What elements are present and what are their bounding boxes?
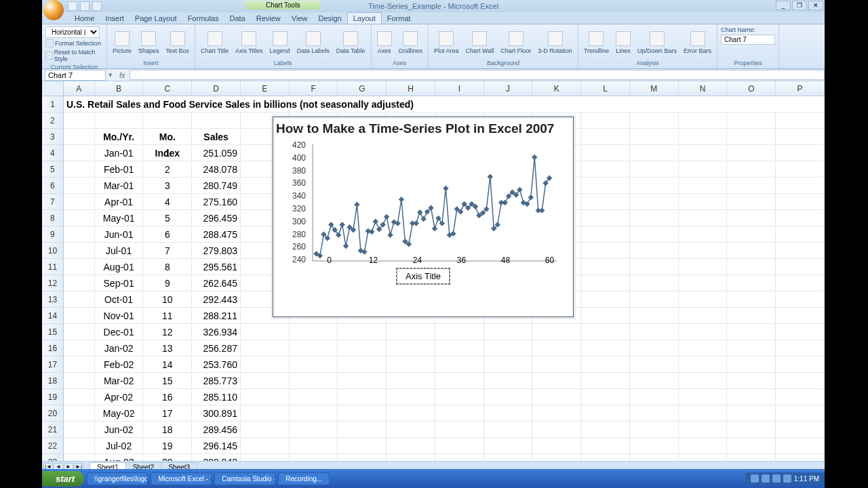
- tray-icon[interactable]: [751, 474, 759, 483]
- cell[interactable]: [143, 113, 192, 129]
- cell[interactable]: [581, 308, 630, 324]
- cell[interactable]: [679, 259, 728, 275]
- cell[interactable]: 7: [143, 243, 192, 259]
- chart-wall-button[interactable]: Chart Wall: [463, 30, 497, 56]
- cell[interactable]: 17: [143, 405, 192, 422]
- cell[interactable]: Mo./Yr.: [95, 129, 144, 145]
- cell[interactable]: [630, 194, 679, 210]
- cell[interactable]: 289.456: [192, 422, 241, 438]
- legend-button[interactable]: Legend: [267, 30, 293, 56]
- cell[interactable]: [727, 340, 776, 357]
- error-bars-button[interactable]: Error Bars: [681, 30, 714, 56]
- cell[interactable]: [241, 454, 290, 461]
- cell[interactable]: [290, 405, 338, 422]
- col-header-J[interactable]: J: [484, 81, 533, 96]
- taskbar-item[interactable]: Microsoft Excel - Time...: [151, 472, 212, 485]
- cell[interactable]: [727, 438, 776, 454]
- cell[interactable]: Aug-02: [95, 454, 144, 461]
- ribbon-tab-design[interactable]: Design: [313, 13, 347, 24]
- cell[interactable]: [727, 161, 776, 178]
- cell[interactable]: [435, 357, 484, 373]
- cell[interactable]: 296.459: [192, 210, 241, 226]
- cell[interactable]: Jul-01: [95, 243, 144, 259]
- col-header-P[interactable]: P: [776, 81, 825, 96]
- cell[interactable]: [435, 454, 484, 461]
- cell[interactable]: [64, 422, 95, 438]
- ribbon-tab-data[interactable]: Data: [224, 13, 250, 24]
- cell[interactable]: [581, 161, 630, 178]
- cell[interactable]: [581, 340, 630, 357]
- chart-title[interactable]: How to Make a Time-Series Plot in Excel …: [273, 117, 573, 138]
- cell[interactable]: [532, 373, 581, 389]
- office-button[interactable]: [43, 0, 64, 20]
- cell[interactable]: Mar-01: [95, 178, 144, 194]
- cell[interactable]: 288.475: [192, 226, 241, 243]
- cell[interactable]: [64, 210, 95, 226]
- cell[interactable]: [64, 324, 95, 340]
- cell[interactable]: [679, 340, 728, 357]
- cell[interactable]: [727, 389, 776, 405]
- cell[interactable]: [532, 389, 581, 405]
- cell[interactable]: [387, 357, 435, 373]
- col-header-B[interactable]: B: [95, 81, 144, 96]
- cell[interactable]: [630, 405, 679, 422]
- cell[interactable]: [484, 324, 533, 340]
- ribbon-tab-formulas[interactable]: Formulas: [182, 13, 224, 24]
- cell[interactable]: [387, 389, 435, 405]
- cell[interactable]: [338, 389, 387, 405]
- row-header[interactable]: 23: [42, 454, 64, 461]
- cell[interactable]: 19: [143, 438, 192, 454]
- col-header-H[interactable]: H: [387, 81, 435, 96]
- ribbon-tab-insert[interactable]: Insert: [100, 13, 130, 24]
- cell[interactable]: Sep-01: [95, 275, 144, 291]
- row-header[interactable]: 9: [42, 226, 64, 243]
- cell[interactable]: [435, 340, 484, 357]
- cell[interactable]: [630, 243, 679, 259]
- cell[interactable]: [532, 422, 581, 438]
- cell[interactable]: [679, 178, 728, 194]
- cell[interactable]: 279.803: [192, 243, 241, 259]
- cell[interactable]: 292.443: [192, 291, 241, 308]
- cell[interactable]: [630, 210, 679, 226]
- col-header-A[interactable]: A: [64, 81, 95, 96]
- cell[interactable]: Aug-01: [95, 259, 144, 275]
- col-header-O[interactable]: O: [727, 81, 776, 96]
- start-button[interactable]: start: [42, 471, 84, 487]
- row-header[interactable]: 10: [42, 243, 64, 259]
- cell[interactable]: [630, 422, 679, 438]
- cell[interactable]: [679, 357, 728, 373]
- cell[interactable]: [776, 210, 825, 226]
- taskbar-item[interactable]: Recording...: [278, 472, 330, 485]
- cell[interactable]: [435, 373, 484, 389]
- cell[interactable]: [630, 226, 679, 243]
- cell[interactable]: [679, 210, 728, 226]
- cell[interactable]: [484, 405, 533, 422]
- cell[interactable]: [532, 454, 581, 461]
- formula-input[interactable]: [130, 70, 825, 80]
- cell[interactable]: [387, 438, 435, 454]
- cell[interactable]: [727, 308, 776, 324]
- cell[interactable]: [679, 405, 728, 422]
- row-header[interactable]: 11: [42, 259, 64, 275]
- cell[interactable]: [241, 340, 290, 357]
- ribbon-tab-format[interactable]: Format: [382, 13, 416, 24]
- cell[interactable]: [776, 259, 825, 275]
- name-box[interactable]: Chart 7: [45, 70, 106, 81]
- embedded-chart[interactable]: How to Make a Time-Series Plot in Excel …: [273, 117, 574, 317]
- cell[interactable]: [290, 454, 338, 461]
- textbox-button[interactable]: Text Box: [163, 30, 193, 56]
- cell[interactable]: [776, 226, 825, 243]
- cell[interactable]: [727, 145, 776, 161]
- cell[interactable]: [581, 324, 630, 340]
- cell[interactable]: [581, 178, 630, 194]
- cell[interactable]: [630, 291, 679, 308]
- cell[interactable]: 275.160: [192, 194, 241, 210]
- cell[interactable]: [581, 259, 630, 275]
- cell[interactable]: [581, 226, 630, 243]
- cell[interactable]: Jan-02: [95, 340, 144, 357]
- cell[interactable]: [679, 145, 728, 161]
- cell[interactable]: [290, 438, 338, 454]
- cell[interactable]: [64, 243, 95, 259]
- cell[interactable]: [338, 373, 387, 389]
- row-header[interactable]: 17: [42, 357, 64, 373]
